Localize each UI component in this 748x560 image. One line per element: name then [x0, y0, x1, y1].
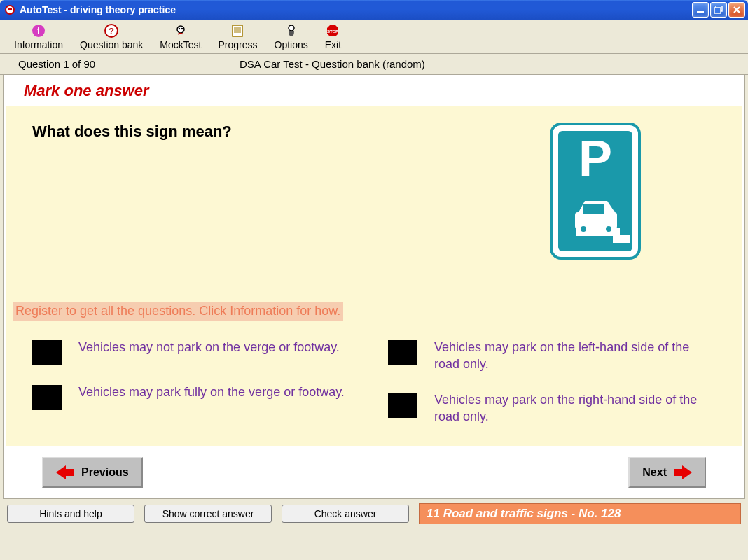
toolbar-question-bank[interactable]: ? Question bank: [71, 22, 151, 52]
toolbar-label: Options: [275, 39, 308, 50]
question-area: What does this sign mean? P: [6, 106, 742, 446]
svg-point-27: [581, 226, 586, 232]
svg-rect-2: [697, 11, 704, 13]
toolbar-label: Exit: [325, 39, 341, 50]
svg-rect-1: [8, 8, 12, 10]
toolbar-label: Progress: [218, 39, 257, 50]
svg-rect-23: [613, 234, 630, 243]
previous-button[interactable]: Previous: [42, 457, 143, 488]
svg-marker-30: [56, 465, 74, 479]
question-bank-icon: ?: [104, 24, 118, 38]
answer-checkbox[interactable]: [388, 393, 417, 418]
titlebar: AutoTest - driving theory practice: [0, 0, 748, 20]
category-bar: 11 Road and traffic signs - No. 128: [419, 503, 741, 524]
svg-rect-4: [714, 8, 721, 13]
arrow-left-icon: [56, 465, 74, 479]
answer-text: Vehicles may park on the right-hand side…: [434, 391, 716, 426]
answer-text: Vehicles may not park on the verge or fo…: [78, 339, 340, 356]
answer-option[interactable]: Vehicles may park on the right-hand side…: [388, 391, 716, 426]
next-button[interactable]: Next: [628, 457, 706, 488]
toolbar-label: Information: [14, 39, 63, 50]
toolbar: i Information ? Question bank MockTest P…: [0, 20, 748, 54]
answer-checkbox[interactable]: [32, 340, 62, 365]
hints-button[interactable]: Hints and help: [7, 505, 134, 523]
svg-text:?: ?: [109, 26, 114, 36]
info-icon: i: [32, 24, 46, 38]
svg-text:i: i: [37, 26, 40, 36]
svg-point-11: [181, 28, 183, 29]
toolbar-exit[interactable]: STOP Exit: [317, 22, 349, 52]
toolbar-label: Question bank: [80, 39, 143, 50]
answer-checkbox[interactable]: [388, 340, 417, 365]
answer-text: Vehicles may park on the left-hand side …: [434, 339, 716, 373]
answers-grid: Vehicles may not park on the verge or fo…: [13, 339, 735, 425]
answer-option[interactable]: Vehicles may park on the left-hand side …: [388, 339, 716, 373]
show-correct-button[interactable]: Show correct answer: [144, 505, 272, 523]
answer-option[interactable]: Vehicles may park fully on the verge or …: [32, 384, 360, 410]
svg-rect-25: [583, 204, 604, 214]
next-label: Next: [642, 466, 667, 479]
progress-icon: [230, 24, 244, 38]
content-panel: Mark one answer What does this sign mean…: [3, 75, 745, 499]
toolbar-options[interactable]: Options: [266, 22, 317, 52]
bottom-row: Hints and help Show correct answer Check…: [0, 499, 748, 530]
nav-row: Previous Next: [4, 446, 744, 498]
toolbar-progress[interactable]: Progress: [209, 22, 265, 52]
svg-text:STOP: STOP: [327, 29, 338, 34]
toolbar-information[interactable]: i Information: [6, 22, 71, 52]
toolbar-label: MockTest: [160, 39, 201, 50]
svg-text:P: P: [579, 130, 612, 186]
svg-point-9: [177, 26, 184, 33]
question-text: What does this sign mean?: [13, 122, 455, 260]
svg-point-29: [606, 226, 611, 232]
register-notice: Register to get all the questions. Click…: [13, 302, 343, 321]
check-answer-button[interactable]: Check answer: [282, 505, 409, 523]
arrow-right-icon: [674, 465, 692, 479]
status-strip: Question 1 of 90 DSA Car Test - Question…: [0, 54, 748, 75]
question-counter: Question 1 of 90: [8, 58, 240, 70]
window-controls: [692, 2, 745, 18]
answer-option[interactable]: Vehicles may not park on the verge or fo…: [32, 339, 360, 365]
svg-point-10: [179, 28, 180, 29]
road-sign-image: P: [550, 122, 641, 260]
svg-point-16: [289, 25, 294, 31]
stop-icon: STOP: [326, 24, 340, 38]
answer-checkbox[interactable]: [32, 385, 62, 410]
close-button[interactable]: [728, 2, 745, 18]
instruction-text: Mark one answer: [4, 75, 744, 106]
options-icon: [284, 24, 298, 38]
svg-marker-31: [674, 465, 692, 479]
test-mode-label: DSA Car Test - Question bank (random): [240, 58, 740, 70]
answer-text: Vehicles may park fully on the verge or …: [78, 384, 345, 400]
window-title: AutoTest - driving theory practice: [20, 4, 692, 15]
svg-rect-12: [233, 25, 242, 36]
mocktest-icon: [174, 24, 188, 38]
app-icon: [4, 4, 15, 15]
restore-button[interactable]: [710, 2, 727, 18]
toolbar-mocktest[interactable]: MockTest: [151, 22, 209, 52]
minimize-button[interactable]: [692, 2, 709, 18]
previous-label: Previous: [81, 466, 129, 479]
